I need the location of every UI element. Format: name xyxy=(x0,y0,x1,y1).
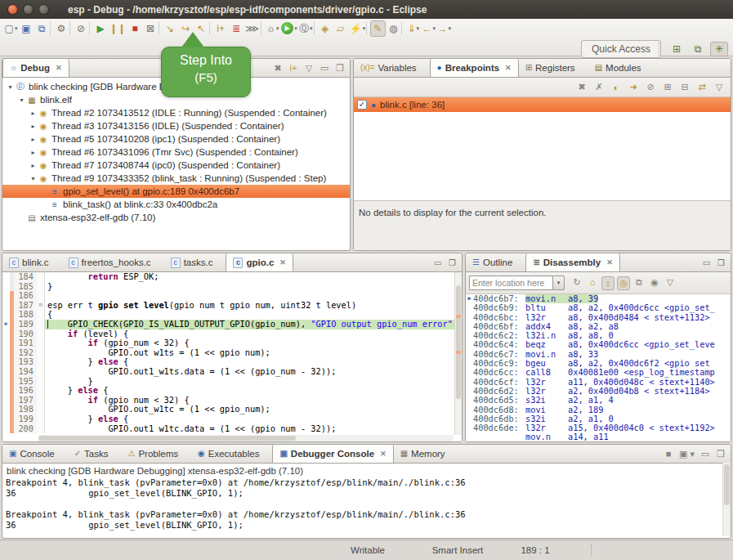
code-line[interactable]: 198 GPIO.out_w1tc = (1 << gpio_num); xyxy=(2,405,462,414)
tree-expand-icon[interactable]: ▾ xyxy=(29,175,38,182)
maximize-button[interactable]: ❒ xyxy=(714,448,727,460)
open-element-button[interactable]: ▱ xyxy=(333,20,349,37)
fold-icon[interactable] xyxy=(37,338,45,348)
tab-debug[interactable]: ☼ Debug ✕ xyxy=(2,59,69,77)
search-button[interactable]: ⚡▾ xyxy=(349,20,367,37)
code-line[interactable]: ▶ 189 GPIO_CHECK(GPIO_IS_VALID_OUTPUT_GP… xyxy=(2,320,462,329)
editor-tab[interactable]: c blink.c xyxy=(2,253,62,271)
breakpoints-icon[interactable]: ● Breakpoints ✕ xyxy=(430,59,519,77)
forward-button[interactable]: →▾ xyxy=(436,20,452,37)
editor-tab[interactable]: c gpio.c ✕ xyxy=(226,253,293,271)
minimize-button[interactable]: ▭ xyxy=(431,258,444,267)
debug-perspective-button[interactable]: ✳ xyxy=(710,42,728,56)
go-to-file-button[interactable]: ➜ xyxy=(627,81,640,93)
editor-horizontal-scrollbar[interactable] xyxy=(38,435,454,441)
code-text[interactable]: GPIO_CHECK(GPIO_IS_VALID_OUTPUT_GPIO(gpi… xyxy=(45,320,462,329)
save-button[interactable]: ▣ xyxy=(19,20,34,37)
build-button[interactable]: ⚙ xyxy=(54,20,69,37)
minimize-button[interactable]: ▭ xyxy=(700,258,713,267)
instruction-stepping-mode-button[interactable]: ≣ xyxy=(229,20,244,37)
fold-icon[interactable] xyxy=(37,329,45,339)
code-text[interactable]: GPIO.out_w1tc = (1 << gpio_num); xyxy=(45,405,462,414)
code-line[interactable]: 200 GPIO.out1_w1tc.data = (1 << (gpio_nu… xyxy=(2,424,462,434)
code-line[interactable]: 192 GPIO.out_w1ts = (1 << gpio_num); xyxy=(2,348,462,358)
collapse-all-button[interactable]: ⊟ xyxy=(678,81,691,93)
toolbar-separator[interactable] xyxy=(314,22,318,34)
code-line[interactable]: 191 if (gpio_num < 32) { xyxy=(2,338,462,348)
close-icon[interactable]: ✕ xyxy=(505,64,512,72)
disassembly-row[interactable]: 400dc6c9: bgeu a8, a2, 0x400dc6f2 <gpio_… xyxy=(466,359,731,368)
new-cpp-element-button[interactable]: ◈ xyxy=(318,20,333,37)
fold-icon[interactable] xyxy=(37,396,45,405)
view-tab[interactable]: ▣ Debugger Console ✕ xyxy=(272,445,393,463)
code-text[interactable]: GPIO.out1_w1ts.data = (1 << (gpio_num - … xyxy=(45,367,462,377)
code-line[interactable]: 190 if (level) { xyxy=(2,329,462,339)
code-line[interactable]: 185 } xyxy=(2,282,462,292)
view-tab[interactable]: ≣ Disassembly ✕ xyxy=(525,253,619,271)
open-new-view-button[interactable]: ⧉ xyxy=(632,276,646,290)
view-tab[interactable]: ⚠ Problems xyxy=(121,445,191,463)
scrollbar-thumb[interactable] xyxy=(38,436,296,441)
window-maximize-button[interactable] xyxy=(38,4,49,15)
home-button[interactable]: ⌂ xyxy=(586,276,599,290)
debug-tree-row[interactable]: ▸ ◉ Thread #2 1073413512 (IDLE : Running… xyxy=(2,106,350,119)
instruction-stepping-toggle-button[interactable]: i+ xyxy=(287,62,300,74)
close-icon[interactable]: ✕ xyxy=(606,258,613,267)
tree-expand-icon[interactable]: ▸ xyxy=(29,149,38,156)
code-line[interactable]: 194 GPIO.out1_w1ts.data = (1 << (gpio_nu… xyxy=(2,367,462,377)
code-text[interactable]: } else { xyxy=(45,357,462,367)
back-button[interactable]: ←▾ xyxy=(421,20,436,37)
terminate-console-button[interactable]: ■ xyxy=(662,448,675,459)
disconnect-button[interactable]: ⊠ xyxy=(143,20,159,37)
disassembly-row[interactable]: 400dc6cf: l32r a11, 0x400d048c <_stext+1… xyxy=(466,378,731,387)
code-text[interactable]: } else { xyxy=(45,414,462,424)
code-text[interactable]: GPIO.out_w1ts = (1 << gpio_num); xyxy=(45,348,462,358)
close-icon[interactable]: ✕ xyxy=(380,450,387,458)
show-source-button[interactable]: ↕ xyxy=(601,276,615,290)
window-close-button[interactable] xyxy=(7,4,18,15)
code-text[interactable]: return ESP_OK; xyxy=(45,272,462,282)
show-breakpoints-for-button[interactable]: ◐ xyxy=(610,82,623,93)
code-text[interactable]: esp_err_t gpio_set_level(gpio_num_t gpio… xyxy=(45,301,462,311)
fold-icon[interactable] xyxy=(37,282,45,292)
display-selected-console-button[interactable]: ▣ ▾ xyxy=(677,448,696,460)
code-line[interactable]: 196 } else { xyxy=(2,386,462,396)
scrollbar-thumb[interactable] xyxy=(456,285,461,399)
location-input[interactable] xyxy=(469,276,552,290)
disassembly-row[interactable]: 400dc6db: s32i a2, a1, 0 xyxy=(466,414,731,423)
code-line[interactable]: 199 } else { xyxy=(2,414,462,424)
view-tab[interactable]: ✓ Tasks xyxy=(68,445,122,463)
scrollbar-thumb[interactable] xyxy=(724,464,730,505)
remove-breakpoint-button[interactable]: ✖ xyxy=(575,81,588,93)
fold-icon[interactable]: ⊟ xyxy=(37,301,45,311)
code-text[interactable]: } xyxy=(45,282,462,292)
code-editor[interactable]: 184 return ESP_OK; 185 } 186 xyxy=(2,272,462,441)
remove-all-breakpoints-button[interactable]: ✗ xyxy=(592,81,606,93)
view-tab[interactable]: ◉ Executables xyxy=(191,445,272,463)
variables-icon[interactable]: (x)= Variables xyxy=(354,59,430,77)
disassembly-row[interactable]: 400dc6de: l32r a15, 0x400d04c0 <_stext+1… xyxy=(466,423,731,432)
globe-button[interactable]: ◍ xyxy=(386,20,401,37)
quick-access-button[interactable]: Quick Access xyxy=(581,40,661,58)
maximize-button[interactable]: ❒ xyxy=(446,258,458,267)
code-text[interactable] xyxy=(45,291,462,301)
code-text[interactable]: } else { xyxy=(45,386,462,396)
debug-tree-row[interactable]: ≡ blink_task() at blink.c:33 0x400dbc2a xyxy=(2,198,350,211)
code-line[interactable]: 187 ⊟ esp_err_t gpio_set_level(gpio_num_… xyxy=(2,301,462,311)
run-button[interactable]: ▶▾ xyxy=(280,20,298,37)
modules-icon[interactable]: ▤ Modules xyxy=(588,59,655,77)
new-wizard-button[interactable]: ▢▾ xyxy=(3,20,19,37)
tree-expand-icon[interactable]: ▸ xyxy=(29,162,38,169)
registers-icon[interactable]: ⊞ Registers xyxy=(519,59,588,77)
suspend-button[interactable]: ❙❙ xyxy=(109,20,127,37)
debug-button[interactable]: ☼▾ xyxy=(265,20,280,37)
terminate-button[interactable]: ■ xyxy=(127,20,143,37)
code-line[interactable]: 193 } else { xyxy=(2,357,462,367)
skip-all-breakpoints-button[interactable]: ⊘ xyxy=(644,81,657,93)
view-menu-button[interactable]: ▽ xyxy=(664,276,677,290)
debug-tree-row[interactable]: ≡ gpio_set_level() at gpio.c:189 0x400dc… xyxy=(2,185,350,198)
minimize-button[interactable]: ▭ xyxy=(318,62,331,74)
code-text[interactable]: { xyxy=(45,310,462,320)
tree-expand-icon[interactable]: ▸ xyxy=(29,136,38,143)
console-output[interactable]: Breakpoint 4, blink_task (pvParameter=0x… xyxy=(2,477,731,536)
